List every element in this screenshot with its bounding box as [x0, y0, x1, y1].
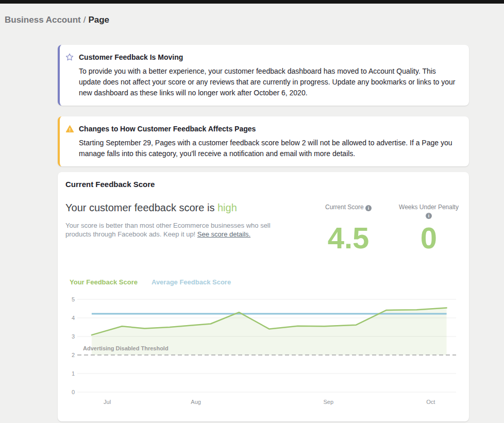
y-tick-label: 5 — [72, 296, 75, 302]
stat-current-score: Current Score 4.5 — [314, 204, 382, 251]
legend-your-feedback-score[interactable]: Your Feedback Score — [70, 278, 138, 286]
notice-title: Changes to How Customer Feedback Affects… — [79, 125, 256, 133]
x-tick-label: Jul — [104, 399, 111, 405]
x-tick-label: Aug — [191, 399, 201, 405]
legend-average-feedback-score[interactable]: Average Feedback Score — [152, 278, 231, 286]
notice-feedback-moving: Customer Feedback Is Moving To provide y… — [58, 45, 469, 106]
info-icon[interactable] — [426, 213, 432, 219]
y-tick-label: 2 — [72, 352, 75, 358]
y-tick-label: 4 — [72, 315, 75, 321]
stat-label: Weeks Under Penalty — [395, 204, 463, 221]
breadcrumb-business-account[interactable]: Business Account — [5, 15, 81, 25]
notice-body: Starting September 29, Pages with a cust… — [79, 138, 459, 159]
score-headline-text: Your customer feedback score is — [65, 202, 214, 213]
score-description: Your score is better than most other Eco… — [65, 221, 297, 239]
y-tick-label: 3 — [72, 333, 75, 340]
score-stats: Current Score 4.5 Weeks Under Penalty 0 — [314, 204, 463, 251]
weeks-under-penalty-value: 0 — [395, 224, 463, 251]
current-score-value: 4.5 — [314, 224, 382, 251]
notice-header: Changes to How Customer Feedback Affects… — [65, 124, 457, 133]
notice-feedback-changes: Changes to How Customer Feedback Affects… — [58, 116, 469, 166]
y-tick-label: 0 — [72, 389, 75, 395]
notice-header: Customer Feedback Is Moving — [65, 53, 457, 62]
y-tick-label: 1 — [72, 370, 75, 377]
warning-icon — [65, 124, 74, 133]
breadcrumb-separator: / — [83, 15, 86, 25]
threshold-label: Advertising Disabled Threshold — [83, 345, 169, 351]
card-title: Current Feedback Score — [65, 180, 155, 189]
top-window-bar — [0, 0, 504, 4]
stat-weeks-under-penalty: Weeks Under Penalty 0 — [395, 204, 463, 251]
see-score-details-link[interactable]: See score details. — [197, 230, 250, 238]
score-headline: Your customer feedback score is high — [65, 202, 237, 214]
notice-title: Customer Feedback Is Moving — [79, 53, 183, 61]
breadcrumb-page: Page — [88, 15, 109, 25]
breadcrumb: Business Account/Page — [5, 15, 504, 25]
info-icon[interactable] — [365, 205, 372, 211]
chart-legend: Your Feedback Score Average Feedback Sco… — [70, 278, 231, 286]
notice-body: To provide you with a better experience,… — [79, 66, 459, 98]
main-content: Customer Feedback Is Moving To provide y… — [58, 45, 469, 421]
current-feedback-score-card: Current Feedback Score Your customer fee… — [58, 172, 469, 421]
stat-label: Current Score — [314, 204, 382, 221]
stat-label-text: Weeks Under Penalty — [399, 204, 459, 211]
score-status: high — [217, 202, 237, 213]
x-tick-label: Oct — [426, 399, 435, 405]
star-icon — [65, 53, 74, 62]
feedback-chart-svg: 012345JulAugSepOctAdvertising Disabled T… — [66, 294, 461, 413]
x-tick-label: Sep — [324, 399, 334, 405]
stat-label-text: Current Score — [325, 204, 364, 211]
feedback-score-chart: 012345JulAugSepOctAdvertising Disabled T… — [66, 294, 461, 413]
